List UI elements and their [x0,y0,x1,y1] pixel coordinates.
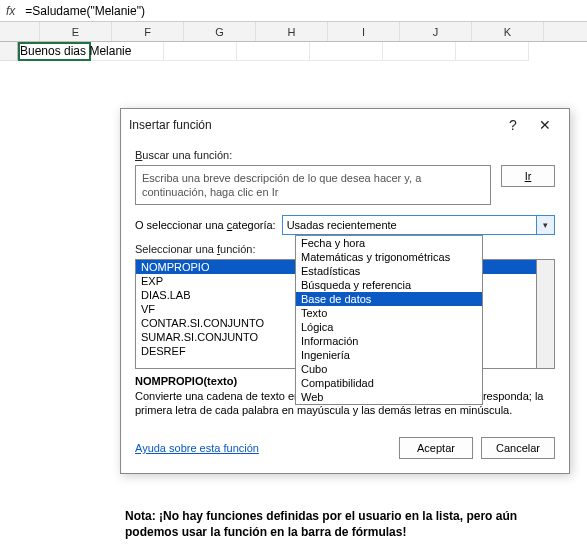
chevron-down-icon[interactable]: ▾ [536,216,554,234]
col-header[interactable]: K [472,22,544,41]
ok-button[interactable]: Aceptar [399,437,473,459]
help-button[interactable]: ? [497,117,529,133]
footnote-text: Nota: ¡No hay funciones definidas por el… [125,508,555,540]
col-header[interactable]: G [184,22,256,41]
category-option[interactable]: Estadísticas [296,264,482,278]
category-option[interactable]: Base de datos [296,292,482,306]
category-option[interactable]: Texto [296,306,482,320]
fx-icon[interactable]: fx [0,4,21,18]
search-input[interactable]: Escriba una breve descripción de lo que … [135,165,491,205]
col-header[interactable]: F [112,22,184,41]
category-option[interactable]: Matemáticas y trigonométricas [296,250,482,264]
col-header[interactable]: I [328,22,400,41]
col-header[interactable]: E [40,22,112,41]
col-header[interactable]: H [256,22,328,41]
dialog-titlebar[interactable]: Insertar función ? ✕ [121,109,569,141]
formula-bar: fx [0,0,587,22]
cell[interactable] [456,42,529,61]
category-dropdown: Fecha y hora Matemáticas y trigonométric… [295,235,483,405]
cell[interactable] [164,42,237,61]
category-option[interactable]: Cubo [296,362,482,376]
category-select[interactable]: Usadas recientemente ▾ [282,215,555,235]
column-headers: E F G H I J K [0,22,587,42]
category-option[interactable]: Web [296,390,482,404]
search-label: Buscar una función: [135,149,555,161]
cell[interactable] [383,42,456,61]
category-label: O seleccionar una categoría: [135,219,276,231]
corner-cell [0,22,40,41]
help-link[interactable]: Ayuda sobre esta función [135,442,391,454]
row-header[interactable] [0,42,18,61]
insert-function-dialog: Insertar función ? ✕ Buscar una función:… [120,108,570,474]
cell-overflow-text: Buenos dias Melanie [20,44,131,58]
col-header[interactable]: J [400,22,472,41]
category-option[interactable]: Información [296,334,482,348]
go-button[interactable]: Ir [501,165,555,187]
cell[interactable] [310,42,383,61]
cancel-button[interactable]: Cancelar [481,437,555,459]
category-selected-value: Usadas recientemente [287,219,397,231]
scrollbar[interactable] [537,259,555,369]
category-option[interactable]: Búsqueda y referencia [296,278,482,292]
category-option[interactable]: Fecha y hora [296,236,482,250]
close-button[interactable]: ✕ [529,117,561,133]
formula-input[interactable] [21,2,587,20]
category-option[interactable]: Compatibilidad [296,376,482,390]
category-option[interactable]: Lógica [296,320,482,334]
category-option[interactable]: Ingeniería [296,348,482,362]
cell[interactable] [237,42,310,61]
dialog-title: Insertar función [129,118,497,132]
